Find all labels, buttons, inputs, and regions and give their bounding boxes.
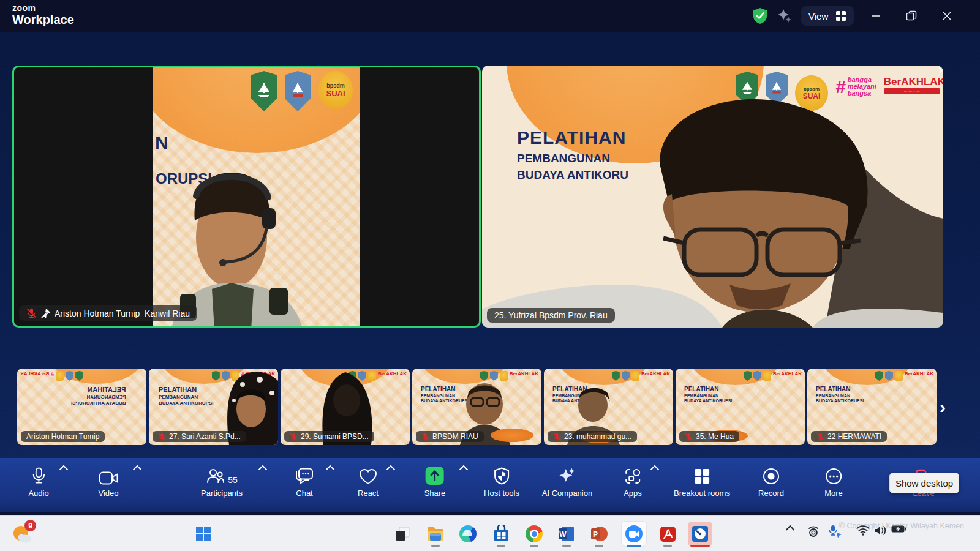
audio-button[interactable]: Audio xyxy=(28,467,48,498)
riau-mini-logo xyxy=(875,371,883,381)
task-view-button[interactable] xyxy=(390,522,415,546)
banner-mini-mirrored: PELATIHAN PEMBANGUNAN BUDAYA ANTIKORUPSI xyxy=(71,386,126,407)
host-tools-button[interactable]: Host tools xyxy=(484,467,519,498)
start-button[interactable] xyxy=(191,522,216,546)
breakout-rooms-button[interactable]: Breakout rooms xyxy=(674,467,730,498)
riau-mini-logo xyxy=(744,371,752,381)
participant-name-label: 23. muhammad gu... xyxy=(548,431,637,442)
filmstrip-tile[interactable]: BerAKHLAK PELATIHAN PEMBANGUNAN BUDAYA A… xyxy=(807,369,937,445)
record-button[interactable]: Record xyxy=(758,467,784,498)
gauge-app-button[interactable] xyxy=(688,522,712,546)
mini-line2: PEMBANGUNAN xyxy=(816,394,864,399)
host-tools-shield-icon xyxy=(494,467,510,485)
show-desktop-tooltip: Show desktop xyxy=(889,473,959,493)
chat-label: Chat xyxy=(296,489,312,498)
berakhlak-mini: BerAKHLAK xyxy=(905,371,933,377)
participants-button[interactable]: 55 Participants xyxy=(201,467,243,498)
chrome-button[interactable] xyxy=(522,522,546,546)
video-options-chevron[interactable] xyxy=(133,465,141,470)
participant-name: BPSDM RIAU xyxy=(432,432,478,441)
participant-name: Ariston Hotman Turnip xyxy=(26,432,99,441)
word-button[interactable]: W xyxy=(554,522,579,546)
participant-name-label: 25. Yufrizal Bpsdm Prov. Riau xyxy=(487,308,615,323)
powerpoint-button[interactable]: P xyxy=(587,522,611,546)
tray-mic-location-icon[interactable] xyxy=(827,525,843,539)
filmstrip-tile[interactable]: # BerAKHLAK PELATIHAN PEMBANGUNAN BUDAYA… xyxy=(149,369,278,445)
breakout-rooms-label: Breakout rooms xyxy=(674,489,730,498)
video-tile-speaking[interactable]: bpsdm SUAI # bangga melayani bangsa BerA… xyxy=(482,66,943,328)
zoom-workplace-logo: zoom Workplace xyxy=(12,4,74,26)
apps-options-chevron[interactable] xyxy=(650,465,659,470)
video-camera-icon xyxy=(99,471,118,485)
berakhlak-mini: BerAKHLAK xyxy=(20,371,49,377)
audio-label: Audio xyxy=(28,489,48,498)
share-button[interactable]: Share xyxy=(424,467,446,498)
zoom-app-button[interactable] xyxy=(622,522,646,546)
filmstrip-tile[interactable]: BerAKHLAK PELATIHAN PEMBANGUNAN BUDAYA A… xyxy=(676,369,805,445)
running-indicator xyxy=(595,545,603,547)
mini-line1: PELATIHAN xyxy=(71,386,126,394)
restore-button[interactable] xyxy=(898,6,925,26)
react-label: React xyxy=(358,489,379,498)
chat-options-chevron[interactable] xyxy=(326,465,334,470)
ring-device-icon xyxy=(807,525,820,538)
filmstrip-tile[interactable]: BerAKHLAK # PELATIHAN PEMBANGUNAN BUDAYA… xyxy=(17,369,146,445)
security-shield-icon[interactable] xyxy=(752,7,768,24)
mini-logo-row: BerAKHLAK xyxy=(612,371,670,381)
video-tile-active-speaker[interactable]: bpsdm SUAI N ORUPSI xyxy=(12,66,481,328)
mini-line1: PELATIHAN xyxy=(816,386,864,394)
tray-battery-icon[interactable] xyxy=(891,525,907,533)
share-options-chevron[interactable] xyxy=(459,465,468,470)
filmstrip-tile[interactable]: BerAKHLAK 29. Sumarni BPSD... xyxy=(281,369,410,445)
weather-widget[interactable]: 9 xyxy=(11,521,39,547)
tray-wifi-icon[interactable] xyxy=(856,525,870,536)
tray-ring-device-icon[interactable] xyxy=(807,525,820,538)
more-button[interactable]: More xyxy=(824,467,843,498)
riau-mini-logo xyxy=(612,371,620,381)
wifi-icon xyxy=(856,525,870,536)
close-button[interactable] xyxy=(933,6,960,26)
zoom-app-icon xyxy=(625,525,643,542)
suai-mini-logo xyxy=(631,371,639,381)
gallery-next-page-chevron[interactable]: › xyxy=(938,64,943,77)
mini-line2: PEMBANGUNAN xyxy=(159,394,214,400)
meeting-stage: bpsdm SUAI N ORUPSI xyxy=(0,32,980,512)
pekanbaru-mini-logo xyxy=(66,371,74,381)
participant-name-label: Ariston Hotman Turnip xyxy=(21,431,105,442)
react-button[interactable]: React xyxy=(358,467,379,498)
participant-name-label: 22 HERMAWATI xyxy=(811,431,887,442)
gauge-app-icon xyxy=(692,525,709,542)
ai-companion-button[interactable]: AI Companion xyxy=(542,467,592,498)
participant-name: 22 HERMAWATI xyxy=(827,432,881,441)
chat-button[interactable]: Chat xyxy=(295,467,314,498)
pin-icon xyxy=(41,309,50,318)
filmstrip-tile[interactable]: BerAKHLAK PELATIHAN PEMBANGUNAN BUDAYA A… xyxy=(412,369,541,445)
microsoft-store-button[interactable] xyxy=(489,522,513,546)
audio-options-chevron[interactable] xyxy=(59,465,68,470)
running-indicator xyxy=(663,545,672,547)
acrobat-button[interactable] xyxy=(655,522,680,546)
react-options-chevron[interactable] xyxy=(386,465,395,470)
tray-expand-chevron[interactable] xyxy=(785,525,795,531)
chrome-icon xyxy=(526,525,543,542)
edge-browser-button[interactable] xyxy=(456,522,480,546)
video-button[interactable]: Video xyxy=(98,467,118,498)
powerpoint-icon: P xyxy=(590,525,608,542)
participants-options-chevron[interactable] xyxy=(258,465,267,470)
file-explorer-button[interactable] xyxy=(423,522,448,546)
windows-taskbar: 9 Search xyxy=(0,515,980,551)
mini-line2: PEMBANGUNAN xyxy=(71,394,126,400)
filmstrip-tile[interactable]: BerAKHLAK PELATIHAN PEMBANGUNAN BUDAYA A… xyxy=(544,369,673,445)
mini-logo-row: BerAKHLAK # xyxy=(20,371,83,381)
apps-button[interactable]: Apps xyxy=(624,467,642,498)
task-view-icon xyxy=(394,525,411,542)
attention-indicator xyxy=(690,545,710,547)
minimize-button[interactable] xyxy=(862,6,889,26)
filmstrip-next-chevron[interactable]: › xyxy=(940,398,946,416)
ai-sparkle-titlebar-icon[interactable] xyxy=(777,8,793,24)
microphone-icon xyxy=(31,467,46,485)
view-button[interactable]: View xyxy=(801,6,854,26)
more-ellipsis-icon xyxy=(825,468,842,485)
berakhlak-mini: BerAKHLAK xyxy=(773,371,802,377)
tray-volume-icon[interactable] xyxy=(873,525,887,536)
